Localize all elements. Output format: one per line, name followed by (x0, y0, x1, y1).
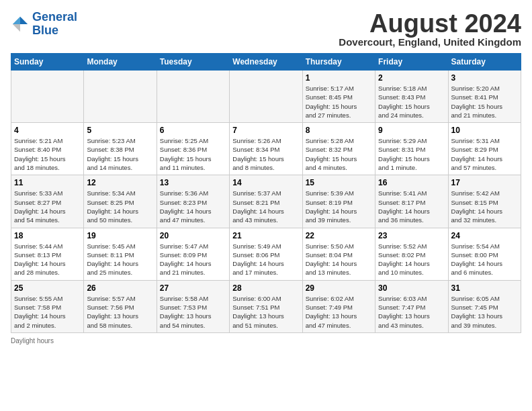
logo-text: General Blue (32, 11, 77, 38)
week-row-1: 1Sunrise: 5:17 AMSunset: 8:45 PMDaylight… (11, 71, 521, 123)
day-number: 15 (306, 178, 372, 187)
day-cell-25: 25Sunrise: 5:55 AMSunset: 7:58 PMDayligh… (11, 280, 84, 332)
logo-icon (11, 15, 30, 34)
day-info: Sunrise: 6:03 AMSunset: 7:47 PMDaylight:… (378, 294, 445, 330)
day-number: 27 (160, 283, 226, 293)
day-cell-12: 12Sunrise: 5:34 AMSunset: 8:25 PMDayligh… (84, 175, 157, 228)
day-info: Sunrise: 6:02 AMSunset: 7:49 PMDaylight:… (306, 294, 372, 330)
day-number: 20 (160, 231, 226, 240)
day-cell-18: 18Sunrise: 5:44 AMSunset: 8:13 PMDayligh… (11, 228, 84, 280)
header-thursday: Thursday (302, 54, 375, 71)
day-info: Sunrise: 5:37 AMSunset: 8:21 PMDaylight:… (232, 189, 299, 224)
day-info: Sunrise: 5:26 AMSunset: 8:34 PMDaylight:… (232, 136, 299, 172)
day-info: Sunrise: 5:42 AMSunset: 8:15 PMDaylight:… (451, 189, 518, 224)
day-number: 23 (378, 231, 445, 240)
day-info: Sunrise: 5:49 AMSunset: 8:06 PMDaylight:… (232, 242, 299, 277)
month-year-title: August 2024 (339, 11, 521, 36)
day-number: 22 (306, 231, 372, 240)
day-info: Sunrise: 5:57 AMSunset: 7:56 PMDaylight:… (87, 294, 153, 330)
day-number: 9 (378, 126, 445, 135)
day-cell-9: 9Sunrise: 5:29 AMSunset: 8:31 PMDaylight… (375, 123, 448, 175)
day-info: Sunrise: 6:00 AMSunset: 7:51 PMDaylight:… (232, 294, 299, 330)
day-info: Sunrise: 5:25 AMSunset: 8:36 PMDaylight:… (160, 136, 226, 172)
day-info: Sunrise: 5:58 AMSunset: 7:53 PMDaylight:… (160, 294, 226, 330)
day-cell-13: 13Sunrise: 5:36 AMSunset: 8:23 PMDayligh… (157, 175, 229, 228)
day-cell-11: 11Sunrise: 5:33 AMSunset: 8:27 PMDayligh… (11, 175, 84, 228)
day-info: Sunrise: 5:29 AMSunset: 8:31 PMDaylight:… (378, 136, 445, 172)
day-number: 21 (232, 231, 299, 240)
header-friday: Friday (375, 54, 448, 71)
footer-note: Daylight hours (11, 337, 521, 345)
day-cell-22: 22Sunrise: 5:50 AMSunset: 8:04 PMDayligh… (302, 228, 375, 280)
header-monday: Monday (84, 54, 157, 71)
day-cell-16: 16Sunrise: 5:41 AMSunset: 8:17 PMDayligh… (375, 175, 448, 228)
day-cell-17: 17Sunrise: 5:42 AMSunset: 8:15 PMDayligh… (448, 175, 521, 228)
day-number: 25 (14, 283, 81, 293)
day-cell-21: 21Sunrise: 5:49 AMSunset: 8:06 PMDayligh… (230, 228, 302, 280)
day-cell-23: 23Sunrise: 5:52 AMSunset: 8:02 PMDayligh… (375, 228, 448, 280)
day-cell-14: 14Sunrise: 5:37 AMSunset: 8:21 PMDayligh… (230, 175, 302, 228)
week-row-4: 18Sunrise: 5:44 AMSunset: 8:13 PMDayligh… (11, 228, 521, 280)
day-info: Sunrise: 5:23 AMSunset: 8:38 PMDaylight:… (87, 136, 153, 172)
day-cell-30: 30Sunrise: 6:03 AMSunset: 7:47 PMDayligh… (375, 280, 448, 332)
week-row-3: 11Sunrise: 5:33 AMSunset: 8:27 PMDayligh… (11, 175, 521, 228)
day-info: Sunrise: 5:47 AMSunset: 8:09 PMDaylight:… (160, 242, 226, 277)
header-tuesday: Tuesday (157, 54, 229, 71)
day-info: Sunrise: 5:44 AMSunset: 8:13 PMDaylight:… (14, 242, 81, 277)
day-number: 11 (14, 178, 81, 187)
page-header: General Blue August 2024 Dovercourt, Eng… (11, 11, 521, 48)
day-number: 28 (232, 283, 299, 293)
calendar-header-row: SundayMondayTuesdayWednesdayThursdayFrid… (11, 54, 521, 71)
day-number: 30 (378, 283, 445, 293)
day-number: 5 (87, 126, 153, 135)
week-row-5: 25Sunrise: 5:55 AMSunset: 7:58 PMDayligh… (11, 280, 521, 332)
day-info: Sunrise: 5:18 AMSunset: 8:43 PMDaylight:… (378, 84, 445, 120)
day-number: 29 (306, 283, 372, 293)
day-cell-6: 6Sunrise: 5:25 AMSunset: 8:36 PMDaylight… (157, 123, 229, 175)
day-info: Sunrise: 6:05 AMSunset: 7:45 PMDaylight:… (451, 294, 518, 330)
day-number: 10 (451, 126, 518, 135)
day-number: 16 (378, 178, 445, 187)
day-info: Sunrise: 5:55 AMSunset: 7:58 PMDaylight:… (14, 294, 81, 330)
day-cell-29: 29Sunrise: 6:02 AMSunset: 7:49 PMDayligh… (302, 280, 375, 332)
day-info: Sunrise: 5:28 AMSunset: 8:32 PMDaylight:… (306, 136, 372, 172)
day-number: 13 (160, 178, 226, 187)
day-info: Sunrise: 5:50 AMSunset: 8:04 PMDaylight:… (306, 242, 372, 277)
day-info: Sunrise: 5:31 AMSunset: 8:29 PMDaylight:… (451, 136, 518, 172)
day-cell-7: 7Sunrise: 5:26 AMSunset: 8:34 PMDaylight… (230, 123, 302, 175)
svg-marker-0 (20, 17, 28, 24)
day-cell-24: 24Sunrise: 5:54 AMSunset: 8:00 PMDayligh… (448, 228, 521, 280)
day-number: 4 (14, 126, 81, 135)
day-cell-empty (11, 71, 84, 123)
day-number: 14 (232, 178, 299, 187)
day-number: 12 (87, 178, 153, 187)
day-cell-5: 5Sunrise: 5:23 AMSunset: 8:38 PMDaylight… (84, 123, 157, 175)
header-sunday: Sunday (11, 54, 84, 71)
day-number: 26 (87, 283, 153, 293)
day-cell-10: 10Sunrise: 5:31 AMSunset: 8:29 PMDayligh… (448, 123, 521, 175)
day-cell-27: 27Sunrise: 5:58 AMSunset: 7:53 PMDayligh… (157, 280, 229, 332)
day-info: Sunrise: 5:20 AMSunset: 8:41 PMDaylight:… (451, 84, 518, 120)
day-number: 3 (451, 73, 518, 83)
header-saturday: Saturday (448, 54, 521, 71)
day-number: 6 (160, 126, 226, 135)
day-cell-28: 28Sunrise: 6:00 AMSunset: 7:51 PMDayligh… (230, 280, 302, 332)
day-cell-empty (84, 71, 157, 123)
day-number: 19 (87, 231, 153, 240)
day-cell-19: 19Sunrise: 5:45 AMSunset: 8:11 PMDayligh… (84, 228, 157, 280)
day-cell-empty (230, 71, 302, 123)
day-cell-1: 1Sunrise: 5:17 AMSunset: 8:45 PMDaylight… (302, 71, 375, 123)
day-cell-2: 2Sunrise: 5:18 AMSunset: 8:43 PMDaylight… (375, 71, 448, 123)
day-info: Sunrise: 5:34 AMSunset: 8:25 PMDaylight:… (87, 189, 153, 224)
day-cell-3: 3Sunrise: 5:20 AMSunset: 8:41 PMDaylight… (448, 71, 521, 123)
day-number: 8 (306, 126, 372, 135)
week-row-2: 4Sunrise: 5:21 AMSunset: 8:40 PMDaylight… (11, 123, 521, 175)
day-number: 7 (232, 126, 299, 135)
day-info: Sunrise: 5:52 AMSunset: 8:02 PMDaylight:… (378, 242, 445, 277)
day-info: Sunrise: 5:39 AMSunset: 8:19 PMDaylight:… (306, 189, 372, 224)
day-cell-26: 26Sunrise: 5:57 AMSunset: 7:56 PMDayligh… (84, 280, 157, 332)
day-number: 18 (14, 231, 81, 240)
day-cell-empty (157, 71, 229, 123)
day-info: Sunrise: 5:33 AMSunset: 8:27 PMDaylight:… (14, 189, 81, 224)
day-cell-20: 20Sunrise: 5:47 AMSunset: 8:09 PMDayligh… (157, 228, 229, 280)
